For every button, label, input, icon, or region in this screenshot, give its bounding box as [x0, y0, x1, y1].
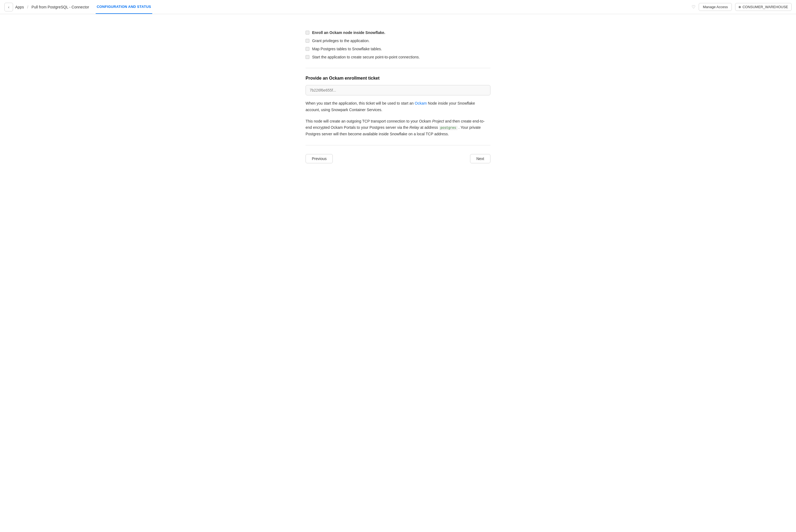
main-content: Enroll an Ockam node inside Snowflake. G…	[300, 14, 496, 174]
breadcrumb-connector: Pull from PostgreSQL - Connector	[32, 5, 89, 9]
tab-configuration-and-status[interactable]: CONFIGURATION AND STATUS	[96, 0, 152, 14]
step-checkbox-2	[306, 39, 309, 43]
warehouse-label: CONSUMER_WAREHOUSE	[742, 5, 788, 9]
breadcrumb-separator: /	[27, 5, 28, 9]
warehouse-badge[interactable]: CONSUMER_WAREHOUSE	[735, 3, 792, 11]
enrollment-description-1: When you start the application, this tic…	[306, 100, 490, 113]
back-button[interactable]: ‹	[4, 3, 13, 12]
next-button[interactable]: Next	[470, 154, 490, 163]
enrollment-section-title: Provide an Ockam enrollment ticket	[306, 76, 490, 81]
step-label-2: Grant privileges to the application.	[312, 39, 370, 43]
list-item: Start the application to create secure p…	[306, 55, 490, 59]
ockam-link[interactable]: Ockam	[415, 101, 427, 106]
manage-access-button[interactable]: Manage Access	[699, 3, 732, 11]
step-checkbox-1	[306, 31, 309, 35]
list-item: Map Postgres tables to Snowflake tables.	[306, 47, 490, 51]
step-label-3: Map Postgres tables to Snowflake tables.	[312, 47, 382, 51]
warehouse-dot	[739, 6, 741, 8]
relay-code: postgres	[439, 126, 458, 130]
relay-italic: Relay	[409, 125, 419, 130]
step-checkbox-4	[306, 55, 309, 59]
project-italic: Project	[432, 119, 444, 124]
steps-list: Enroll an Ockam node inside Snowflake. G…	[306, 31, 490, 59]
step-checkbox-3	[306, 47, 309, 51]
app-header: ‹ Apps / Pull from PostgreSQL - Connecto…	[0, 0, 796, 14]
nav-buttons: Previous Next	[306, 154, 490, 163]
header-tabs: CONFIGURATION AND STATUS	[96, 0, 152, 14]
list-item: Enroll an Ockam node inside Snowflake.	[306, 31, 490, 35]
list-item: Grant privileges to the application.	[306, 39, 490, 43]
enrollment-ticket-input[interactable]	[306, 85, 490, 95]
back-icon: ‹	[8, 5, 10, 9]
breadcrumb-apps[interactable]: Apps	[15, 5, 24, 9]
divider-1	[306, 68, 490, 68]
previous-button[interactable]: Previous	[306, 154, 333, 163]
step-label-4: Start the application to create secure p…	[312, 55, 420, 59]
step-label-1: Enroll an Ockam node inside Snowflake.	[312, 31, 385, 35]
favorite-icon[interactable]: ♡	[691, 4, 696, 10]
header-right: ♡ Manage Access CONSUMER_WAREHOUSE	[691, 3, 792, 11]
enrollment-description-2: This node will create an outgoing TCP tr…	[306, 118, 490, 137]
